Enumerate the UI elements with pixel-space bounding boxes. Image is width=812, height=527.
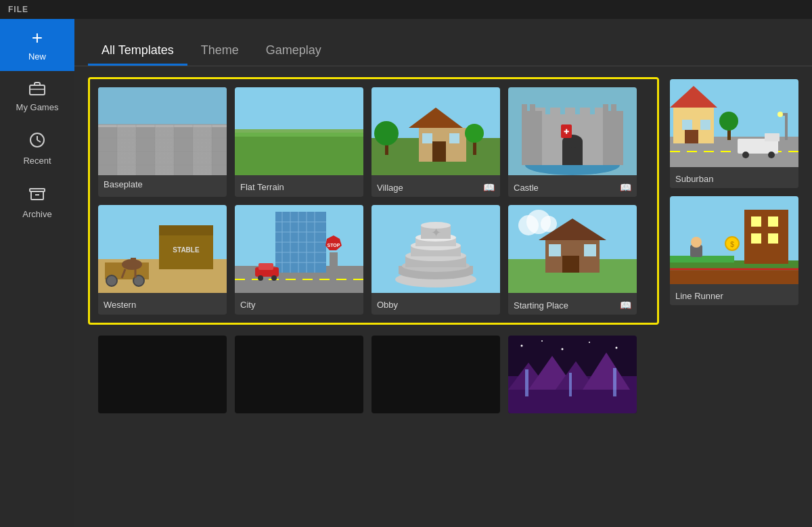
svg-rect-148 — [569, 373, 572, 396]
thumb-village — [371, 87, 500, 178]
template-label-row-starting-place: Starting Place 📖 — [508, 296, 637, 315]
svg-rect-47 — [522, 111, 542, 165]
template-card-western[interactable]: STABLE — [98, 205, 227, 315]
template-card-baseplate[interactable]: Baseplate — [98, 87, 227, 197]
template-name-village: Village — [377, 183, 403, 193]
svg-line-4 — [37, 140, 41, 142]
template-card-city[interactable]: STOP City — [235, 205, 363, 315]
svg-rect-136 — [670, 256, 734, 262]
template-name-obby: Obby — [377, 300, 398, 310]
svg-point-59 — [106, 275, 117, 286]
highlighted-section: Baseplate — [88, 77, 659, 325]
clock-icon — [28, 131, 46, 152]
svg-rect-0 — [30, 85, 45, 95]
template-name-baseplate: Baseplate — [104, 179, 143, 189]
sidebar-item-archive[interactable]: Archive — [0, 175, 74, 229]
svg-rect-117 — [685, 130, 698, 143]
svg-rect-133 — [751, 233, 761, 244]
bottom-card-2[interactable] — [235, 336, 363, 413]
svg-rect-130 — [744, 210, 788, 264]
svg-point-85 — [271, 275, 277, 281]
svg-point-32 — [374, 121, 399, 145]
templates-area: Baseplate — [74, 66, 812, 527]
template-card-suburban[interactable]: Suburban — [670, 79, 798, 188]
tab-gameplay[interactable]: Gameplay — [252, 37, 335, 66]
template-label-row-city: City — [235, 296, 363, 314]
top-bar: FILE — [0, 0, 812, 19]
svg-rect-30 — [449, 133, 459, 143]
book-icon-starting-place: 📖 — [620, 300, 631, 311]
svg-rect-79 — [330, 252, 338, 269]
template-label-row-baseplate: Baseplate — [98, 175, 227, 193]
overflow-cards: Suburban — [670, 77, 798, 305]
sidebar-item-recent[interactable]: Recent — [0, 122, 74, 175]
svg-rect-131 — [751, 216, 761, 227]
templates-grid: Baseplate — [98, 87, 649, 315]
svg-point-123 — [768, 152, 775, 158]
sidebar-item-new[interactable]: + New — [0, 19, 74, 71]
svg-rect-83 — [258, 263, 273, 270]
main-layout: + New My Games Recent — [0, 19, 812, 527]
thumb-flat-terrain — [235, 87, 363, 178]
tabs-bar: All Templates Theme Gameplay — [74, 19, 812, 66]
svg-rect-51 — [603, 104, 608, 112]
svg-rect-124 — [785, 113, 788, 140]
template-name-flat-terrain: Flat Terrain — [240, 182, 284, 192]
sidebar-item-my-games[interactable]: My Games — [0, 71, 74, 122]
template-card-line-runner[interactable]: $ Line Runner — [670, 196, 798, 305]
svg-point-153 — [589, 342, 590, 343]
thumb-suburban — [670, 79, 798, 170]
svg-point-140 — [691, 237, 702, 248]
svg-rect-62 — [131, 258, 136, 266]
svg-rect-129 — [670, 271, 798, 284]
template-name-western: Western — [104, 300, 136, 310]
svg-rect-49 — [522, 104, 527, 112]
archive-icon — [28, 185, 46, 205]
svg-point-151 — [541, 340, 543, 342]
thumb-western: STABLE — [98, 205, 227, 296]
svg-rect-56 — [159, 225, 213, 235]
svg-point-34 — [465, 124, 484, 143]
svg-rect-29 — [422, 133, 432, 143]
sidebar: + New My Games Recent — [0, 19, 74, 527]
svg-rect-134 — [768, 233, 778, 244]
template-name-suburban: Suburban — [675, 174, 713, 184]
template-card-castle[interactable]: ✚ — [508, 87, 637, 197]
thumb-line-runner: $ — [670, 196, 798, 287]
svg-rect-116 — [700, 120, 710, 130]
thumb-baseplate — [98, 87, 227, 175]
svg-rect-132 — [768, 216, 778, 227]
svg-point-126 — [777, 112, 783, 117]
template-label-row-flat-terrain: Flat Terrain — [235, 178, 363, 196]
template-name-line-runner: Line Runner — [675, 291, 723, 301]
template-card-village[interactable]: Village 📖 — [371, 87, 500, 197]
tab-theme[interactable]: Theme — [187, 37, 252, 66]
svg-rect-28 — [432, 141, 446, 162]
template-label-row-castle: Castle 📖 — [508, 178, 637, 197]
plus-icon: + — [32, 28, 43, 47]
svg-rect-50 — [530, 104, 535, 112]
svg-text:✚: ✚ — [564, 128, 569, 135]
sidebar-item-archive-label: Archive — [22, 209, 51, 219]
template-card-starting-place[interactable]: Starting Place 📖 — [508, 205, 637, 315]
svg-point-152 — [562, 348, 564, 350]
svg-rect-52 — [611, 104, 616, 112]
svg-rect-104 — [562, 256, 579, 273]
template-card-obby[interactable]: ✦ Obby — [371, 205, 500, 315]
book-icon-village: 📖 — [483, 182, 495, 193]
svg-rect-8 — [98, 87, 227, 175]
svg-rect-115 — [682, 120, 692, 130]
template-label-row-village: Village 📖 — [371, 178, 500, 197]
svg-text:✦: ✦ — [431, 226, 441, 239]
template-card-flat-terrain[interactable]: Flat Terrain — [235, 87, 363, 197]
svg-point-122 — [742, 152, 749, 158]
bottom-card-4[interactable] — [508, 336, 637, 413]
tab-all-templates[interactable]: All Templates — [88, 37, 187, 66]
svg-text:STABLE: STABLE — [173, 246, 200, 254]
sidebar-item-new-label: New — [28, 51, 46, 62]
bottom-card-1[interactable] — [98, 336, 227, 413]
bottom-card-3[interactable] — [371, 336, 500, 413]
svg-rect-121 — [765, 133, 780, 141]
svg-rect-149 — [613, 368, 616, 396]
template-label-row-western: Western — [98, 296, 227, 314]
